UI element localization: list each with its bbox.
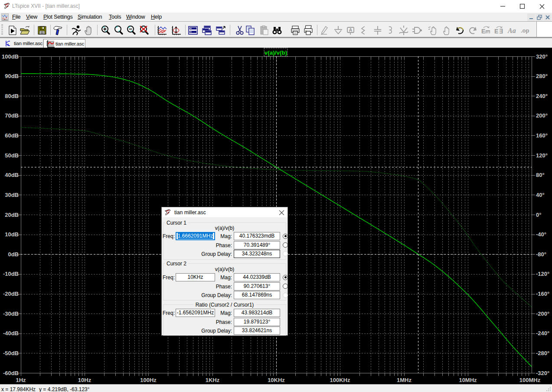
svg-text:200°: 200° [536,112,548,119]
svg-text:10dB: 10dB [5,231,19,238]
svg-text:-50dB: -50dB [3,350,19,356]
svg-text:-240°: -240° [536,330,549,336]
svg-text:0°: 0° [536,212,541,218]
svg-text:10KHz: 10KHz [268,377,285,383]
svg-text:100KHz: 100KHz [330,377,350,383]
svg-text:100MHz: 100MHz [519,377,541,383]
svg-text:70dB: 70dB [5,112,19,119]
svg-text:-280°: -280° [536,350,549,356]
svg-text:240°: 240° [536,93,548,99]
svg-text:80dB: 80dB [5,93,19,99]
svg-text:40°: 40° [536,192,545,198]
svg-text:v(a)/v(b): v(a)/v(b) [265,49,287,56]
svg-text:-120°: -120° [536,271,549,277]
svg-text:30dB: 30dB [5,192,19,198]
svg-text:E: E [494,28,498,35]
svg-text:10MHz: 10MHz [459,377,477,383]
svg-text:A: A [349,27,353,33]
svg-text:100Hz: 100Hz [140,377,157,383]
svg-text:E: E [481,28,485,35]
svg-text:280°: 280° [536,73,548,79]
svg-text:-40dB: -40dB [3,330,19,336]
svg-text:-40°: -40° [536,231,546,238]
svg-text:-60dB: -60dB [3,370,19,376]
svg-text:320°: 320° [536,53,548,60]
svg-text:50dB: 50dB [5,152,19,159]
svg-text:40dB: 40dB [5,172,19,178]
svg-text:-320°: -320° [536,370,549,376]
svg-text:-80°: -80° [536,251,546,258]
svg-text:10Hz: 10Hz [78,377,91,383]
svg-text:60dB: 60dB [5,132,19,139]
svg-text:Aa: Aa [507,27,516,34]
svg-text:.op: .op [521,27,529,34]
svg-text:120°: 120° [536,152,548,159]
svg-text:90dB: 90dB [5,73,19,79]
svg-text:1Hz: 1Hz [16,377,26,383]
svg-text:-200°: -200° [536,310,549,317]
svg-text:-30dB: -30dB [3,310,19,317]
svg-text:100dB: 100dB [2,53,19,60]
svg-text:160°: 160° [536,132,548,139]
svg-text:0dB: 0dB [8,251,19,258]
svg-text:1MHz: 1MHz [397,377,412,383]
svg-text:∃: ∃ [499,28,503,35]
svg-text:-20dB: -20dB [3,291,19,297]
svg-text:20dB: 20dB [5,212,19,218]
svg-text:-160°: -160° [536,291,549,297]
svg-text:80°: 80° [536,172,545,178]
svg-text:1KHz: 1KHz [206,377,220,383]
svg-text:-10dB: -10dB [3,271,19,277]
